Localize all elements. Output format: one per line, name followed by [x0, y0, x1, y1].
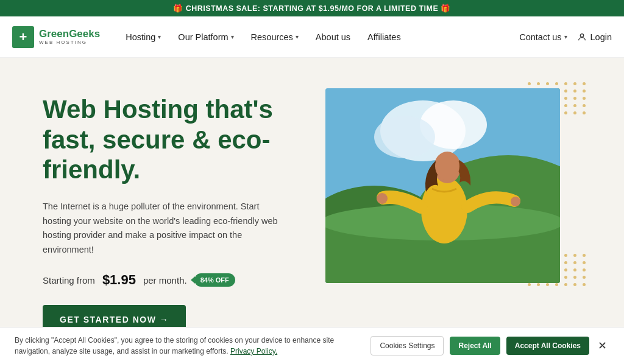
decorative-dot: [573, 111, 576, 114]
cookies-settings-button[interactable]: Cookies Settings: [370, 336, 444, 355]
decorative-dot: [564, 261, 567, 264]
contact-button[interactable]: Contact us ▾: [519, 32, 567, 42]
logo-text: GreenGeeks WEB HOSTING: [39, 29, 100, 46]
decorative-dot: [573, 283, 576, 286]
decorative-dot: [546, 283, 549, 286]
price: $1.95: [102, 272, 136, 288]
nav-item-affiliates[interactable]: Affiliates: [360, 27, 408, 47]
cookie-banner: By clicking "Accept All Cookies", you ag…: [0, 327, 624, 364]
hero-image: [325, 88, 560, 283]
decorative-dot: [583, 261, 586, 264]
close-cookie-button[interactable]: ✕: [595, 339, 609, 352]
chevron-down-icon: ▾: [564, 33, 567, 40]
decorative-dot: [537, 82, 540, 85]
decorative-dot: [546, 82, 549, 85]
decorative-dot: [555, 82, 558, 85]
decorative-dot: [583, 254, 586, 257]
decorative-dot: [583, 283, 586, 286]
decorative-dot: [583, 104, 586, 107]
hero-illustration: [325, 88, 560, 283]
hero-left: Web Hosting that's fast, secure & eco-fr…: [43, 88, 301, 354]
svg-point-11: [377, 193, 388, 204]
cookie-actions: Cookies Settings Reject All Accept All C…: [370, 336, 609, 355]
decorative-dot: [555, 283, 558, 286]
decorative-dot: [573, 261, 576, 264]
chevron-down-icon: ▾: [296, 33, 299, 40]
decorative-dot: [583, 268, 586, 271]
decorative-dot: [573, 89, 576, 93]
chevron-down-icon: ▾: [231, 33, 234, 40]
nav-item-resources[interactable]: Resources ▾: [244, 27, 306, 47]
decorative-dot: [573, 104, 576, 107]
decorative-dot: [564, 283, 567, 286]
decorative-dot: [564, 89, 567, 93]
discount-badge: 84% OFF: [194, 273, 235, 287]
decorative-dot: [583, 276, 586, 279]
decorative-dot: [583, 111, 586, 114]
chevron-down-icon: ▾: [158, 33, 161, 40]
decorative-dot: [564, 276, 567, 279]
accept-all-cookies-button[interactable]: Accept All Cookies: [506, 337, 589, 355]
decorative-dot: [528, 82, 531, 85]
svg-point-13: [435, 152, 459, 180]
decorative-dot: [564, 82, 567, 85]
hero-title: Web Hosting that's fast, secure & eco-fr…: [43, 94, 301, 185]
login-button[interactable]: Login: [577, 32, 612, 42]
nav-links: Hosting ▾ Our Platform ▾ Resources ▾ Abo…: [118, 27, 519, 47]
decorative-dot: [564, 104, 567, 107]
pricing-suffix: per month.: [143, 275, 187, 285]
privacy-policy-link[interactable]: Privacy Policy.: [230, 347, 277, 355]
decorative-dot: [583, 97, 586, 100]
pricing-prefix: Starting from: [43, 275, 95, 285]
nav-item-hosting[interactable]: Hosting ▾: [118, 27, 168, 47]
logo-icon: +: [12, 26, 34, 48]
decorative-dot: [564, 111, 567, 114]
pricing-row: Starting from $1.95 per month. 84% OFF: [43, 272, 301, 288]
nav-right: Contact us ▾ Login: [519, 32, 612, 42]
user-icon: [577, 32, 587, 42]
cookie-text: By clicking "Accept All Cookies", you ag…: [15, 335, 358, 357]
banner-text: 🎁 CHRISTMAS SALE: STARTING AT $1.95/MO F…: [173, 4, 451, 13]
hero-description: The Internet is a huge polluter of the e…: [43, 200, 280, 258]
svg-point-0: [580, 33, 583, 37]
promo-banner: 🎁 CHRISTMAS SALE: STARTING AT $1.95/MO F…: [0, 0, 624, 16]
nav-item-about[interactable]: About us: [308, 27, 358, 47]
nav-item-our-platform[interactable]: Our Platform ▾: [171, 27, 241, 47]
decorative-dot: [564, 254, 567, 257]
hero-image-area: [325, 88, 581, 283]
decorative-dot: [564, 97, 567, 100]
decorative-dot: [573, 97, 576, 100]
decorative-dot: [573, 276, 576, 279]
hero-section: Web Hosting that's fast, secure & eco-fr…: [0, 58, 624, 364]
svg-point-4: [374, 116, 435, 158]
svg-point-12: [511, 197, 520, 206]
decorative-dot: [573, 254, 576, 257]
decorative-dot: [564, 268, 567, 271]
logo[interactable]: + GreenGeeks WEB HOSTING: [12, 26, 100, 48]
reject-all-button[interactable]: Reject All: [450, 337, 500, 355]
decorative-dot: [537, 283, 540, 286]
decorative-dot: [528, 283, 531, 286]
decorative-dot: [573, 82, 576, 85]
decorative-dot: [573, 268, 576, 271]
decorative-dot: [583, 82, 586, 85]
decorative-dot: [583, 89, 586, 93]
navbar: + GreenGeeks WEB HOSTING Hosting ▾ Our P…: [0, 16, 624, 58]
